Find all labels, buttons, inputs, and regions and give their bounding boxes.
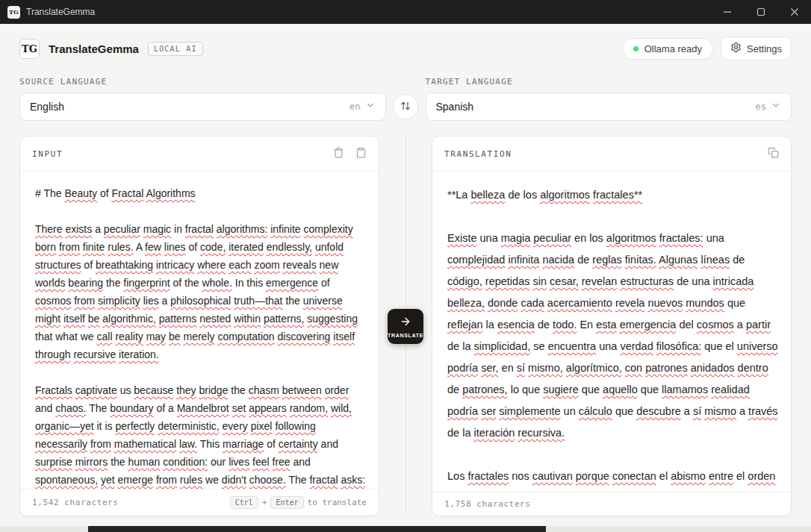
kbd-enter: Enter xyxy=(270,496,303,509)
target-language-select[interactable]: Spanish es xyxy=(426,93,792,121)
kbd-ctrl: Ctrl xyxy=(230,496,258,509)
trash-icon xyxy=(333,147,344,160)
paste-button[interactable] xyxy=(355,147,367,160)
kbd-plus: + xyxy=(262,498,267,507)
shortcut-suffix: to translate xyxy=(308,498,367,507)
taskbar-dark-segment xyxy=(88,526,546,532)
window-controls xyxy=(710,0,811,24)
panels-row: INPUT # The Beauty of Fractal Algorithms… xyxy=(19,136,792,516)
center-divider: TRANSLATE xyxy=(379,136,432,516)
status-label: Ollama ready xyxy=(644,43,702,54)
settings-button[interactable]: Settings xyxy=(721,37,792,60)
paragraph: Existe una magia peculiar en los algorit… xyxy=(447,228,779,444)
titlebar: TG TranslateGemma xyxy=(0,0,811,24)
paragraph: Fractals captivate us because they bridg… xyxy=(35,381,367,489)
input-char-count: 1,542 characters xyxy=(32,498,119,507)
shortcut-hint: Ctrl + Enter to translate xyxy=(230,496,367,509)
translation-panel: TRANSLATION **La belleza de los algoritm… xyxy=(432,136,792,516)
translation-panel-title: TRANSLATION xyxy=(444,149,512,159)
app-logo: TG xyxy=(19,39,40,59)
translate-button-label: TRANSLATE xyxy=(388,333,423,338)
paragraph: **La belleza de los algoritmos fractales… xyxy=(447,184,779,206)
local-ai-badge: LOCAL AI xyxy=(148,42,203,56)
input-panel-title: INPUT xyxy=(32,149,63,159)
input-textarea[interactable]: # The Beauty of Fractal AlgorithmsThere … xyxy=(20,172,379,489)
input-panel: INPUT # The Beauty of Fractal Algorithms… xyxy=(19,136,379,516)
source-language-label: SOURCE LANGUAGE xyxy=(19,77,386,87)
translate-button[interactable]: TRANSLATE xyxy=(388,309,423,344)
source-language-select[interactable]: English en xyxy=(19,93,386,121)
brand: TG TranslateGemma LOCAL AI xyxy=(19,39,203,59)
clipboard-icon xyxy=(355,147,367,160)
close-icon xyxy=(790,7,799,16)
maximize-button[interactable] xyxy=(744,0,777,24)
target-language-label: TARGET LANGUAGE xyxy=(426,77,792,87)
paragraph: # The Beauty of Fractal Algorithms xyxy=(35,184,367,202)
minimize-icon xyxy=(723,7,732,16)
app-header: TG TranslateGemma LOCAL AI Ollama ready … xyxy=(19,37,792,60)
clear-input-button[interactable] xyxy=(333,147,344,160)
close-button[interactable] xyxy=(777,0,811,24)
chevron-down-icon xyxy=(771,100,781,113)
app-content: TG TranslateGemma LOCAL AI Ollama ready … xyxy=(0,24,811,532)
translation-textarea[interactable]: **La belleza de los algoritmos fractales… xyxy=(432,172,791,492)
copy-translation-button[interactable] xyxy=(768,147,779,160)
arrow-right-icon xyxy=(400,316,411,330)
copy-icon xyxy=(768,147,779,160)
gear-icon xyxy=(730,42,742,55)
ollama-status-badge: Ollama ready xyxy=(622,38,713,60)
status-dot-icon xyxy=(633,46,638,51)
chevron-down-icon xyxy=(365,100,376,113)
source-language-value: English xyxy=(30,101,64,113)
app-icon: TG xyxy=(7,6,20,19)
paragraph: Los fractales nos cautivan porque conect… xyxy=(447,466,779,492)
swap-arrows-icon xyxy=(400,101,411,113)
language-bar: SOURCE LANGUAGE English en TARGET LANGUA… xyxy=(19,77,792,121)
settings-label: Settings xyxy=(747,43,782,54)
source-language-code: en xyxy=(349,101,360,112)
taskbar-sliver xyxy=(0,526,811,532)
titlebar-title: TranslateGemma xyxy=(26,7,95,17)
page-title: TranslateGemma xyxy=(49,43,139,55)
target-language-code: es xyxy=(756,101,766,112)
translation-char-count: 1,758 characters xyxy=(444,499,531,509)
swap-languages-button[interactable] xyxy=(393,94,418,119)
target-language-value: Spanish xyxy=(436,101,474,113)
paragraph: There exists a peculiar magic in fractal… xyxy=(35,220,367,363)
minimize-button[interactable] xyxy=(710,0,744,24)
maximize-icon xyxy=(756,7,765,16)
